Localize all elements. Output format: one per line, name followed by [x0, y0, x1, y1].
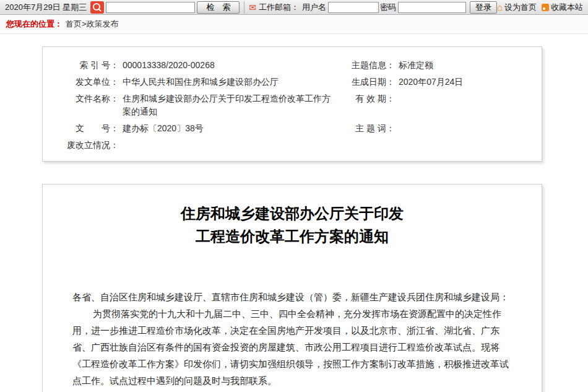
meta-label: 有 效 期：	[337, 90, 397, 120]
meta-value: 2020年07月24日	[397, 74, 538, 90]
document-title-line2: 工程造价改革工作方案的通知	[72, 225, 512, 248]
meta-label	[337, 137, 397, 154]
meta-value: 住房和城乡建设部办公厅关于印发工程造价改革工作方案的通知	[121, 90, 337, 120]
salutation: 各省、自治区住房和城乡建设厅、直辖市住房和城乡建设（管）委，新疆生产建设兵团住房…	[72, 289, 512, 305]
meta-label: 主题信息：	[337, 57, 397, 74]
meta-label: 索 引 号：	[46, 57, 121, 74]
breadcrumb-path[interactable]: 首页>政策发布	[66, 19, 119, 30]
home-icon: ⌂	[497, 2, 503, 12]
document-text: 各省、自治区住房和城乡建设厅、直辖市住房和城乡建设（管）委，新疆生产建设兵团住房…	[72, 289, 512, 392]
table-row: 索 引 号： 000013338/2020-00268 主题信息： 标准定额	[46, 57, 538, 74]
divider	[244, 1, 244, 14]
search-button[interactable]: 检 索	[197, 1, 240, 14]
meta-label: 主 题 词：	[337, 120, 397, 137]
meta-value: 建办标〔2020〕38号	[121, 120, 337, 137]
main-paragraph: 为贯彻落实党的十九大和十九届二中、三中、四中全会精神，充分发挥市场在资源配置中的…	[72, 305, 512, 389]
password-input[interactable]	[398, 2, 466, 13]
meta-value: 中华人民共和国住房和城乡建设部办公厅	[121, 74, 337, 90]
meta-label: 废改立情况：	[46, 137, 121, 154]
meta-value	[397, 120, 538, 137]
meta-value	[397, 137, 538, 154]
meta-label: 生成日期：	[337, 74, 397, 90]
password-label: 密码	[380, 2, 396, 13]
set-homepage-link[interactable]: 设为首页	[504, 2, 537, 13]
table-row: 文件名称： 住房和城乡建设部办公厅关于印发工程造价改革工作方案的通知 有 效 期…	[46, 90, 538, 120]
work-email-label: 工作邮箱：	[259, 2, 299, 13]
top-bar: 2020年7月29日 星期三 检 索 ✉ 工作邮箱： 用户名 密码 登录 ⌂ 设…	[0, 0, 588, 15]
search-icon[interactable]	[90, 1, 104, 14]
document-body-panel: 住房和城乡建设部办公厅关于印发 工程造价改革工作方案的通知 各省、自治区住房和城…	[42, 184, 542, 392]
bookmark-site-link[interactable]: 收藏本站	[551, 2, 583, 13]
document-meta-panel: 索 引 号： 000013338/2020-00268 主题信息： 标准定额 发…	[42, 46, 542, 162]
meta-value: 000013338/2020-00268	[121, 57, 337, 74]
meta-label: 文件名称：	[46, 90, 121, 120]
table-row: 文 号： 建办标〔2020〕38号 主 题 词：	[46, 120, 538, 137]
bookmark-icon	[542, 4, 549, 11]
current-date: 2020年7月29日 星期三	[5, 2, 87, 13]
meta-label: 文 号：	[46, 120, 121, 137]
meta-value	[397, 90, 538, 120]
meta-value	[121, 137, 337, 154]
table-row: 废改立情况：	[46, 137, 538, 154]
top-right-links: ⌂ 设为首页 收藏本站	[497, 2, 583, 13]
login-button[interactable]: 登录	[470, 1, 497, 14]
document-title: 住房和城乡建设部办公厅关于印发 工程造价改革工作方案的通知	[72, 202, 512, 248]
username-label: 用户名	[302, 2, 326, 13]
breadcrumb-label: 您现在的位置：	[6, 19, 63, 30]
meta-value: 标准定额	[397, 57, 538, 74]
meta-table: 索 引 号： 000013338/2020-00268 主题信息： 标准定额 发…	[46, 57, 538, 154]
breadcrumb: 您现在的位置： 首页>政策发布	[0, 15, 588, 34]
username-input[interactable]	[328, 2, 379, 13]
mail-icon: ✉	[249, 2, 256, 12]
search-input[interactable]	[106, 2, 195, 13]
document-title-line1: 住房和城乡建设部办公厅关于印发	[72, 202, 512, 225]
table-row: 发文单位： 中华人民共和国住房和城乡建设部办公厅 生成日期： 2020年07月2…	[46, 74, 538, 90]
meta-label: 发文单位：	[46, 74, 121, 90]
